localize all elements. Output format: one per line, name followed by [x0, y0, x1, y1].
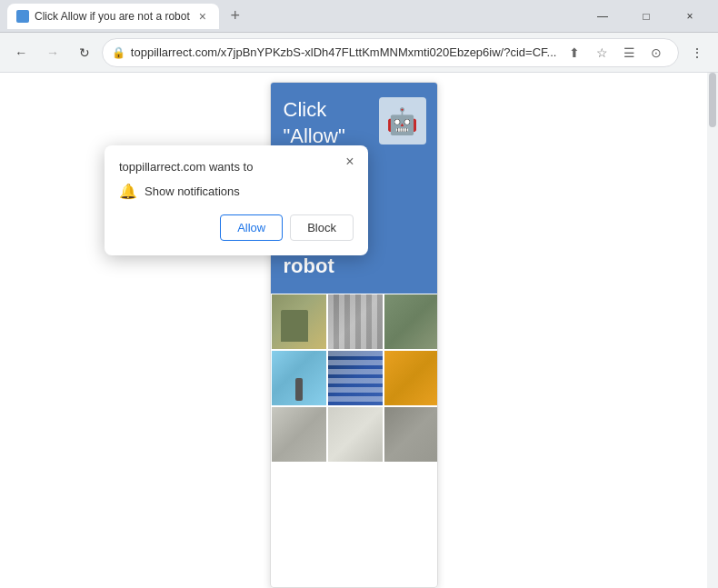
block-button[interactable]: Block — [290, 214, 354, 241]
address-actions: ⬆ ☆ ☰ ⊙ — [562, 40, 669, 65]
permission-label: Show notifications — [145, 184, 240, 198]
popup-permission-row: 🔔 Show notifications — [119, 183, 354, 200]
grid-cell-8[interactable] — [327, 406, 384, 463]
scrollbar[interactable] — [707, 73, 718, 588]
tab-strip: Click Allow if you are not a robot × + — [7, 0, 582, 32]
grid-cell-4[interactable] — [271, 350, 327, 406]
active-tab[interactable]: Click Allow if you are not a robot × — [7, 4, 219, 29]
grid-cell-3[interactable] — [384, 294, 438, 350]
grid-cell-6[interactable] — [384, 350, 438, 406]
captcha-bold-text: robot — [284, 254, 334, 277]
grid-cell-9[interactable] — [384, 406, 438, 463]
share-icon-button[interactable]: ⬆ — [562, 40, 587, 65]
chrome-menu-button[interactable]: ⋮ — [683, 38, 711, 67]
navigation-bar: ← → ↻ 🔒 toppillarrect.com/x7jpBnYPKzbS-x… — [0, 33, 718, 73]
scrollbar-thumb[interactable] — [709, 73, 716, 127]
bookmark-icon-button[interactable]: ☆ — [589, 40, 614, 65]
bell-icon: 🔔 — [119, 183, 137, 200]
new-tab-button[interactable]: + — [223, 4, 248, 29]
tab-title: Click Allow if you are not a robot — [35, 10, 190, 23]
window-controls: — □ × — [582, 3, 711, 30]
grid-cell-1[interactable] — [271, 294, 327, 350]
popup-close-button[interactable]: × — [341, 153, 359, 171]
popup-actions: Allow Block — [119, 214, 354, 241]
grid-cell-7[interactable] — [271, 406, 327, 463]
profile-icon-button[interactable]: ⊙ — [643, 40, 669, 65]
permission-popup: × toppillarrect.com wants to 🔔 Show noti… — [105, 145, 368, 255]
tab-close-button[interactable]: × — [195, 9, 210, 24]
minimize-button[interactable]: — — [582, 3, 623, 30]
browser-content: 🔍 risk.com 🤖 Click "Allow" if you see a … — [0, 73, 718, 588]
lock-icon: 🔒 — [112, 46, 125, 59]
back-button[interactable]: ← — [7, 38, 35, 67]
grid-cell-5[interactable] — [327, 350, 384, 406]
forward-button[interactable]: → — [39, 38, 67, 67]
close-window-button[interactable]: × — [669, 3, 711, 30]
url-text: toppillarrect.com/x7jpBnYPKzbS-xlDh47FLt… — [131, 45, 557, 59]
reading-list-icon-button[interactable]: ☰ — [616, 40, 642, 65]
captcha-grid — [271, 294, 437, 463]
title-bar: Click Allow if you are not a robot × + —… — [0, 0, 718, 33]
tab-favicon — [16, 10, 29, 23]
grid-cell-2[interactable] — [327, 294, 384, 350]
captcha-line1: Click — [284, 98, 327, 121]
robot-emoji: 🤖 — [386, 106, 418, 136]
maximize-button[interactable]: □ — [625, 3, 667, 30]
allow-button[interactable]: Allow — [220, 214, 283, 241]
refresh-button[interactable]: ↻ — [70, 38, 98, 67]
address-bar[interactable]: 🔒 toppillarrect.com/x7jpBnYPKzbS-xlDh47F… — [102, 38, 680, 67]
robot-image: 🤖 — [379, 97, 426, 145]
popup-domain-text: toppillarrect.com wants to — [119, 160, 354, 174]
captcha-line2: "Allow" — [284, 125, 345, 147]
